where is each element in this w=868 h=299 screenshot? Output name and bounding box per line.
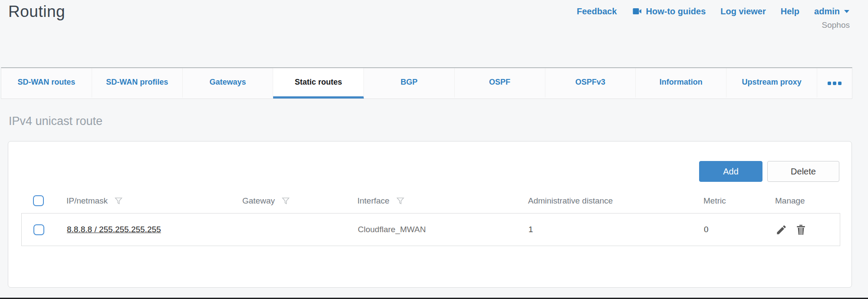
admin-label: admin — [814, 7, 840, 16]
add-button[interactable]: Add — [699, 161, 762, 182]
help-label: Help — [781, 7, 799, 16]
column-header-metric: Metric — [703, 196, 726, 205]
caret-down-icon — [844, 9, 850, 13]
page-title: Routing — [8, 3, 65, 21]
tab-information[interactable]: Information — [636, 68, 726, 99]
tab-bar: SD-WAN routes SD-WAN profiles Gateways S… — [1, 67, 852, 99]
how-to-guides-label: How-to guides — [646, 7, 706, 16]
help-link[interactable]: Help — [781, 7, 799, 16]
table-row: 8.8.8.8 / 255.255.255.255 Cloudflare_MWA… — [21, 213, 840, 246]
tab-gateways[interactable]: Gateways — [183, 68, 274, 99]
trash-icon[interactable] — [795, 224, 807, 236]
section-title: IPv4 unicast route — [9, 115, 102, 128]
table-header: IP/netmask Gateway Interface Administrat… — [8, 188, 851, 213]
cell-metric: 0 — [704, 225, 709, 234]
tab-static-routes[interactable]: Static routes — [273, 68, 364, 99]
ellipsis-icon — [828, 82, 831, 85]
tab-sd-wan-routes[interactable]: SD-WAN routes — [1, 68, 92, 99]
delete-button[interactable]: Delete — [767, 161, 839, 182]
column-header-interface: Interface — [357, 196, 389, 206]
tab-ospfv3[interactable]: OSPFv3 — [545, 68, 636, 99]
log-viewer-link[interactable]: Log viewer — [720, 7, 766, 16]
route-ip-netmask-link[interactable]: 8.8.8.8 / 255.255.255.255 — [67, 225, 161, 234]
tab-sd-wan-profiles[interactable]: SD-WAN profiles — [92, 68, 183, 99]
select-all-checkbox[interactable] — [33, 195, 44, 206]
ellipsis-icon — [838, 82, 842, 85]
top-nav: Feedback How-to guides Log viewer Help a… — [577, 6, 850, 16]
video-camera-icon — [632, 6, 642, 16]
filter-icon[interactable] — [396, 196, 405, 206]
column-header-gateway: Gateway — [242, 196, 275, 206]
row-checkbox[interactable] — [33, 224, 44, 235]
admin-menu[interactable]: admin — [814, 7, 850, 16]
feedback-label: Feedback — [577, 7, 617, 16]
filter-icon[interactable] — [114, 196, 123, 206]
tab-upstream-proxy[interactable]: Upstream proxy — [726, 68, 817, 99]
more-tabs-button[interactable] — [817, 68, 852, 99]
column-header-ip-netmask: IP/netmask — [66, 196, 108, 206]
ellipsis-icon — [833, 82, 836, 85]
feedback-link[interactable]: Feedback — [577, 7, 617, 16]
column-header-administrative-distance: Administrative distance — [528, 196, 613, 205]
how-to-guides-link[interactable]: How-to guides — [632, 6, 706, 16]
tab-ospf[interactable]: OSPF — [455, 68, 545, 99]
column-header-manage: Manage — [775, 196, 805, 206]
tab-bgp[interactable]: BGP — [364, 68, 455, 99]
brand-label: Sophos — [822, 20, 850, 30]
filter-icon[interactable] — [281, 196, 290, 206]
edit-icon[interactable] — [776, 224, 787, 236]
toolbar: Add Delete — [699, 161, 839, 182]
log-viewer-label: Log viewer — [720, 7, 766, 16]
cell-interface: Cloudflare_MWAN — [358, 225, 426, 234]
routes-panel: Add Delete IP/netmask Gateway Interface … — [8, 141, 852, 288]
cell-administrative-distance: 1 — [528, 225, 533, 234]
